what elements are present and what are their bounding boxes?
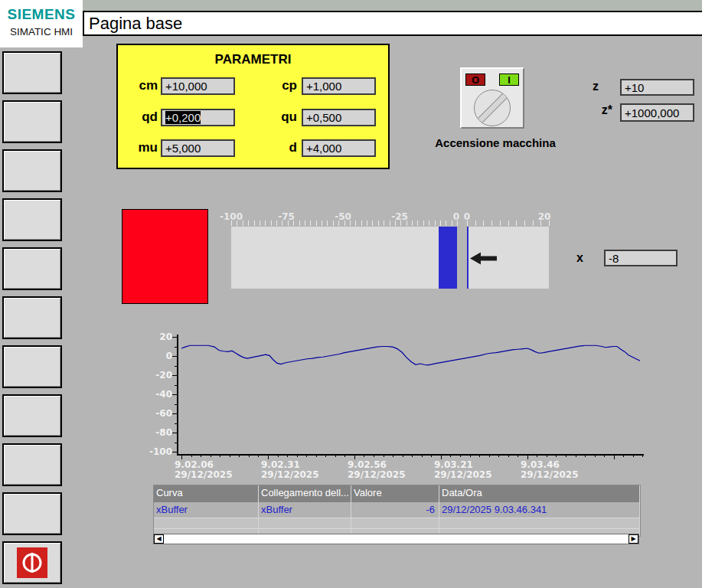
sidebar-function-key-6[interactable] — [2, 296, 62, 339]
chart-x-tick — [604, 454, 605, 457]
legend-empty-cell — [351, 518, 439, 528]
siemens-logo: SIEMENS SIMATIC HMI — [0, 0, 83, 47]
machine-switch[interactable]: O I — [460, 67, 524, 129]
gauge-tick — [435, 220, 436, 226]
param-field-d[interactable]: +4,000 — [302, 139, 376, 157]
page-title-bar: Pagina base — [83, 11, 702, 36]
sidebar-function-key-9[interactable] — [2, 443, 62, 486]
chart-x-tick — [230, 454, 230, 457]
trend-scrollbar[interactable]: ◀ ▶ — [153, 534, 639, 544]
switch-knob-handle-icon — [475, 91, 510, 126]
chart-x-tick — [556, 454, 557, 457]
chart-x-tick — [518, 454, 518, 457]
chart-date-label: 29/12/2025 — [175, 470, 245, 480]
page-title: Pagina base — [89, 14, 182, 34]
gauge-tick — [500, 220, 501, 226]
gauge-scale-label: 20 — [527, 211, 561, 222]
gauge-tick — [516, 220, 517, 226]
legend-cell: xBuffer — [154, 502, 259, 518]
sidebar-function-key-4[interactable] — [2, 198, 62, 241]
parameters-title: PARAMETRI — [118, 52, 388, 67]
param-label-d: d — [253, 140, 297, 155]
scroll-left-arrow[interactable]: ◀ — [154, 534, 164, 544]
z-star-field[interactable]: +1000,000 — [620, 103, 694, 122]
legend-header-cell[interactable]: Valore — [351, 485, 439, 502]
chart-x-label: 9.03.4629/12/2025 — [521, 460, 591, 480]
sidebar-function-key-3[interactable] — [2, 149, 62, 192]
chart-y-label: 0 — [145, 351, 172, 361]
chart-x-tick — [412, 454, 413, 457]
chart-x-tick — [374, 454, 374, 457]
chart-x-tick — [633, 454, 634, 457]
gauge-tick — [429, 220, 429, 226]
sidebar-function-key-5[interactable] — [2, 247, 62, 290]
chart-x-tick — [306, 454, 307, 457]
chart-x-tick — [537, 454, 537, 457]
chart-x-tick — [191, 454, 192, 457]
chart-x-tick — [393, 454, 393, 457]
sidebar-function-key-1[interactable] — [2, 51, 62, 94]
param-field-mu[interactable]: +5,000 — [161, 139, 235, 157]
param-value-qu: +0,500 — [306, 111, 341, 124]
gauge-scale-label: -100 — [214, 211, 248, 222]
x-field[interactable]: -8 — [604, 250, 678, 266]
param-value-qd: +0,200 — [165, 111, 201, 124]
z-star-label: z* — [582, 103, 612, 117]
legend-cell: 29/12/2025 9.03.46.341 — [439, 502, 640, 518]
sidebar-power-off-button[interactable] — [2, 541, 62, 584]
sidebar-function-key-10[interactable] — [2, 492, 62, 535]
legend-data-row[interactable]: xBufferxBuffer-629/12/2025 9.03.46.341 — [154, 502, 640, 518]
z-value: +10 — [625, 81, 644, 94]
chart-x-tick — [547, 454, 547, 457]
param-field-qu[interactable]: +0,500 — [302, 109, 376, 126]
switch-knob[interactable] — [474, 90, 511, 126]
switch-off-label: O — [472, 74, 479, 86]
legend-header-cell[interactable]: Data/Ora — [439, 485, 640, 502]
gauge-tick — [310, 220, 311, 226]
sidebar-function-key-7[interactable] — [2, 345, 62, 388]
param-field-qd[interactable]: +0,200 — [161, 109, 235, 126]
chart-x-tick — [595, 454, 596, 457]
gauge-value-bar — [439, 227, 457, 289]
chart-x-tick — [181, 454, 182, 459]
chart-date-label: 29/12/2025 — [348, 470, 418, 480]
param-label-cp: cp — [253, 78, 297, 93]
chart-x-tick — [403, 454, 403, 457]
chart-x-tick — [441, 454, 442, 459]
scroll-right-arrow[interactable]: ▶ — [629, 534, 638, 544]
switch-off-indicator: O — [465, 74, 485, 86]
chart-x-tick — [384, 454, 384, 457]
legend-header-cell[interactable]: Curva — [154, 485, 259, 502]
chart-x-tick — [201, 454, 201, 457]
x-value: -8 — [609, 252, 619, 265]
chart-x-tick — [623, 454, 624, 457]
chart-x-tick — [585, 454, 586, 457]
param-field-cp[interactable]: +1,000 — [302, 77, 376, 95]
chart-x-tick — [431, 454, 432, 457]
param-value-cm: +10,000 — [165, 80, 207, 93]
chart-date-label: 29/12/2025 — [434, 470, 504, 480]
trend-curve — [177, 335, 644, 454]
gauge-tick — [423, 220, 424, 226]
trend-legend-table: CurvaCollegamento dell...ValoreData/Orax… — [153, 485, 641, 537]
gauge-track — [231, 227, 457, 289]
chart-x-tick — [422, 454, 423, 457]
z-label: z — [582, 80, 599, 93]
chart-x-tick — [258, 454, 259, 457]
param-field-cm[interactable]: +10,000 — [161, 77, 235, 95]
sidebar-function-key-2[interactable] — [2, 100, 62, 143]
gauge-tick — [316, 220, 317, 226]
chart-x-tick — [364, 454, 364, 457]
chart-x-tick — [268, 454, 269, 459]
param-label-qd: qd — [124, 109, 158, 125]
param-label-qu: qu — [253, 109, 297, 125]
chart-date-label: 29/12/2025 — [261, 470, 331, 480]
z-field[interactable]: +10 — [620, 79, 694, 96]
z-star-value: +1000,000 — [625, 106, 679, 119]
sidebar-function-key-8[interactable] — [2, 394, 62, 437]
gauge-tick — [254, 220, 255, 226]
legend-header-cell[interactable]: Collegamento dell... — [259, 485, 351, 502]
gauge-tick — [508, 220, 509, 226]
chart-x-tick — [316, 454, 317, 457]
chart-x-tick — [566, 454, 566, 457]
